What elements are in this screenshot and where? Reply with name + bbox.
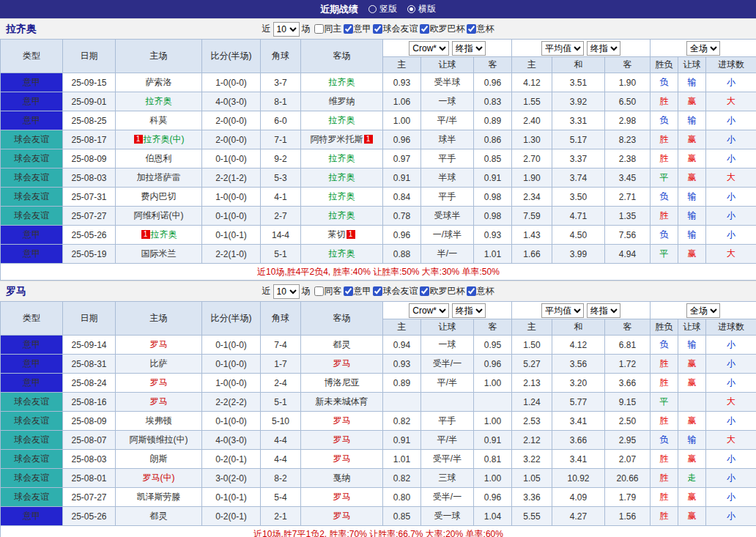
- match-row: 球会友谊25-08-03加拉塔萨雷2-2(1-2)5-3拉齐奥0.91半球0.9…: [1, 168, 756, 188]
- team-name-link[interactable]: 维罗纳: [329, 96, 355, 106]
- home-team-cell: 埃弗顿: [116, 412, 202, 431]
- team-name-link[interactable]: 拉齐奥: [146, 96, 172, 106]
- scope-select[interactable]: 全场: [686, 41, 720, 56]
- team-name-link[interactable]: 罗马: [333, 434, 351, 445]
- date-cell: 25-08-09: [63, 149, 116, 168]
- match-count-select[interactable]: 10: [273, 284, 300, 299]
- team-name-link[interactable]: 拉齐奥(中): [144, 134, 185, 144]
- ah-away-odds-cell: 1.00: [474, 412, 512, 431]
- team-name-link[interactable]: 罗马: [150, 377, 168, 388]
- avg-home-odds-cell: 2.34: [512, 188, 552, 207]
- team-name-link[interactable]: 拉齐奥: [329, 77, 355, 87]
- team-name-link[interactable]: 都灵: [333, 339, 351, 349]
- filter-checkbox[interactable]: [420, 24, 429, 34]
- filter-checkbox[interactable]: [344, 286, 353, 296]
- filter-option[interactable]: 球会友谊: [373, 23, 418, 35]
- odds-company-select[interactable]: Crow*: [409, 41, 449, 56]
- team-name-link[interactable]: 费内巴切: [141, 191, 177, 201]
- filter-option[interactable]: 欧罗巴杯: [420, 285, 465, 297]
- home-team-cell: 比萨: [116, 355, 202, 374]
- team-name-link[interactable]: 埃弗顿: [146, 415, 172, 426]
- team-name-link[interactable]: 罗马: [333, 358, 351, 369]
- team-name-link[interactable]: 罗马(中): [143, 473, 175, 483]
- filter-checkbox[interactable]: [373, 24, 382, 34]
- filter-option[interactable]: 意甲: [344, 23, 371, 35]
- team-name-link[interactable]: 罗马: [150, 396, 168, 407]
- team-name-link[interactable]: 加拉塔萨雷: [137, 172, 181, 182]
- handicap-result-cell: 赢: [678, 149, 706, 168]
- team-name-link[interactable]: 伯恩利: [146, 153, 172, 163]
- team-name-link[interactable]: 阿特罗米托斯: [311, 134, 363, 144]
- filter-option[interactable]: 球会友谊: [373, 285, 418, 297]
- section-roma: 罗马 近 10 场 同客意甲球会友谊欧罗巴杯意杯 类型 日期 主场 比分(半: [0, 281, 756, 537]
- team-name-link[interactable]: 罗马: [333, 415, 351, 426]
- date-cell: 25-09-15: [63, 73, 116, 92]
- team-name-link[interactable]: 拉齐奥: [329, 248, 355, 259]
- team-name-link[interactable]: 凯泽斯劳滕: [137, 492, 181, 502]
- filter-checkbox[interactable]: [467, 24, 476, 34]
- team-name-link[interactable]: 戛纳: [333, 473, 351, 483]
- result-cell: 负: [651, 431, 678, 450]
- team-name-link[interactable]: 阿斯顿维拉(中): [130, 434, 188, 445]
- filter-checkbox[interactable]: [420, 286, 429, 296]
- team-name-link[interactable]: 罗马: [333, 453, 351, 464]
- league-type-cell: 球会友谊: [1, 488, 63, 507]
- team-name-link[interactable]: 罗马: [333, 492, 351, 502]
- scope-select[interactable]: 全场: [686, 303, 720, 318]
- filter-checkbox[interactable]: [344, 24, 353, 34]
- filter-option[interactable]: 同主: [314, 23, 342, 35]
- avg-select[interactable]: 平均值: [541, 303, 584, 318]
- date-cell: 25-08-17: [63, 130, 116, 149]
- team-name-link[interactable]: 阿维利诺(中): [134, 210, 184, 221]
- avg-away-odds-cell: 8.23: [605, 130, 651, 149]
- team-name-link[interactable]: 比萨: [150, 358, 168, 369]
- odds-time-select[interactable]: 终指: [452, 41, 486, 56]
- filter-option[interactable]: 意杯: [467, 285, 494, 297]
- odds-company-select[interactable]: Crow*: [409, 303, 449, 318]
- team-name-link[interactable]: 拉齐奥: [151, 229, 177, 240]
- team-name-link[interactable]: 博洛尼亚: [325, 377, 360, 388]
- filter-option[interactable]: 同客: [314, 285, 342, 297]
- filter-checkbox[interactable]: [314, 286, 324, 296]
- avg-time-select[interactable]: 终指: [587, 41, 620, 56]
- avg-time-select[interactable]: 终指: [587, 303, 620, 318]
- team-name-link[interactable]: 拉齐奥: [329, 172, 355, 182]
- vertical-radio-icon[interactable]: [368, 5, 377, 13]
- team-name-link[interactable]: 新未来城体育: [316, 396, 368, 407]
- goals-cell: 小: [706, 226, 756, 245]
- filter-checkbox[interactable]: [373, 286, 382, 296]
- filter-checkbox[interactable]: [467, 286, 476, 296]
- filter-option[interactable]: 欧罗巴杯: [420, 23, 465, 35]
- match-count-select[interactable]: 10: [273, 22, 300, 37]
- avg-draw-odds-cell: 3.92: [552, 92, 605, 111]
- odds-time-select[interactable]: 终指: [452, 303, 486, 318]
- team-name-link[interactable]: 拉齐奥: [329, 115, 355, 125]
- team-name-link[interactable]: 莱切: [328, 229, 346, 240]
- filter-checkbox[interactable]: [314, 24, 324, 34]
- filter-label: 意杯: [477, 23, 494, 35]
- ah-away-odds-cell: 0.85: [474, 149, 512, 168]
- team-name-link[interactable]: 拉齐奥: [329, 153, 355, 163]
- horizontal-radio-icon[interactable]: [407, 5, 415, 13]
- avg-draw-odds-cell: 3.56: [552, 355, 605, 374]
- filter-option[interactable]: 意杯: [467, 23, 494, 35]
- team-name-link[interactable]: 拉齐奥: [329, 210, 355, 221]
- view-option-horizontal[interactable]: 横版: [407, 3, 436, 15]
- match-row: 意甲25-05-26都灵0-2(0-1)2-1罗马0.85受一球1.045.55…: [1, 507, 756, 526]
- team-name-link[interactable]: 朗斯: [150, 453, 168, 464]
- col-header-date: 日期: [63, 302, 116, 336]
- team-name-link[interactable]: 拉齐奥: [329, 191, 355, 201]
- team-name-link[interactable]: 萨索洛: [146, 77, 172, 87]
- avg-select[interactable]: 平均值: [541, 41, 584, 56]
- result-cell: 负: [651, 336, 678, 355]
- team-name-link[interactable]: 都灵: [150, 511, 168, 521]
- team-name-link[interactable]: 国际米兰: [141, 248, 177, 259]
- avg-away-odds-cell: 2.95: [605, 431, 651, 450]
- filter-option[interactable]: 意甲: [344, 285, 371, 297]
- ah-home-odds-cell: 0.84: [383, 188, 421, 207]
- team-name-link[interactable]: 罗马: [333, 511, 351, 521]
- team-name-link[interactable]: 科莫: [150, 115, 168, 125]
- view-option-vertical[interactable]: 竖版: [368, 3, 397, 15]
- team-name-link[interactable]: 罗马: [150, 339, 168, 349]
- ah-away-odds-cell: 0.95: [474, 336, 512, 355]
